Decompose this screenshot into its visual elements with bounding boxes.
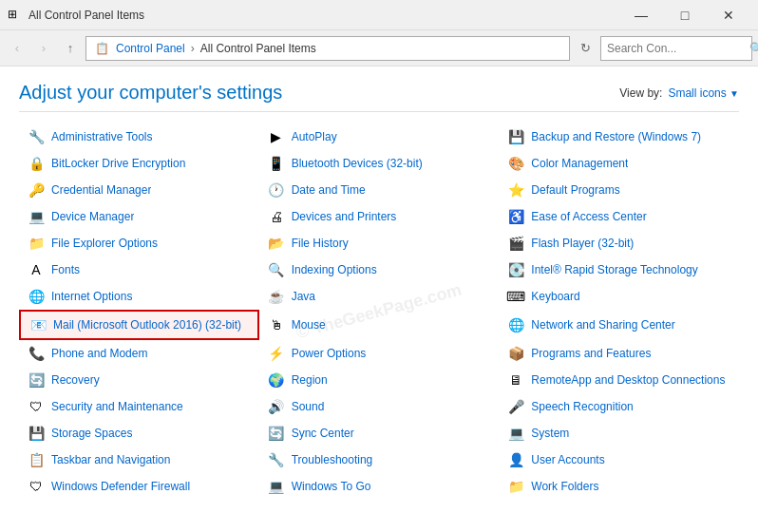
page-header: Adjust your computer's settings View by:… [19,82,739,112]
minimize-button[interactable]: — [619,0,663,30]
list-item[interactable]: 🔑Credential Manager [19,177,259,203]
item-label: Storage Spaces [51,427,132,440]
breadcrumb[interactable]: 📋 Control Panel › All Control Panel Item… [85,36,570,61]
item-label: Administrative Tools [51,130,153,143]
page-title: Adjust your computer's settings [19,82,282,104]
list-item[interactable]: 📁File Explorer Options [19,230,259,256]
item-icon: 🖨 [267,207,286,226]
item-label: Region [292,373,328,387]
list-item[interactable]: 🛡Windows Defender Firewall [19,473,259,500]
list-item[interactable]: 🎤Speech Recognition [499,393,739,420]
list-item[interactable]: 💾Backup and Restore (Windows 7) [499,124,739,150]
item-label: Windows To Go [292,480,371,493]
list-item[interactable]: 💻Windows To Go [259,473,500,500]
item-icon: 💻 [506,424,525,443]
list-item[interactable]: 🌍Region [259,367,500,393]
list-item[interactable]: 💽Intel® Rapid Storage Technology [499,256,739,283]
item-icon: 📞 [27,344,46,363]
list-item[interactable]: 📞Phone and Modem [19,340,259,367]
view-by: View by: Small icons ▼ [619,86,739,100]
list-item[interactable]: 🕐Date and Time [259,177,500,203]
list-item[interactable]: 💻System [499,420,739,446]
maximize-button[interactable]: □ [663,0,707,30]
item-icon: 🎨 [506,154,525,173]
item-label: Flash Player (32-bit) [531,237,634,250]
list-item[interactable]: 💻Device Manager [19,203,259,230]
item-label: System [531,427,569,440]
item-label: Mouse [292,318,326,332]
list-item[interactable]: 🛡Security and Maintenance [19,393,259,420]
search-icon: 🔍 [749,42,758,55]
list-item[interactable]: 🔍Indexing Options [259,256,500,283]
close-button[interactable]: ✕ [707,0,750,30]
list-item[interactable]: 👤User Accounts [499,446,739,473]
item-label: Java [292,290,315,303]
item-icon: 💽 [506,260,525,279]
list-item[interactable]: 📋Taskbar and Navigation [19,446,259,473]
item-icon: 📧 [28,315,47,334]
list-item[interactable]: 📁Work Folders [499,473,739,500]
breadcrumb-control-panel[interactable]: Control Panel [116,42,185,55]
titlebar: ⊞ All Control Panel Items — □ ✕ [0,0,758,30]
item-label: Sync Center [292,427,354,440]
item-icon: 🔑 [27,180,46,200]
view-by-value[interactable]: Small icons ▼ [668,86,739,100]
list-item[interactable]: 📦Programs and Features [499,340,739,367]
item-label: Color Management [531,157,628,170]
list-item[interactable]: 🖨Devices and Printers [259,203,500,230]
search-box[interactable]: 🔍 [600,36,752,61]
list-item[interactable]: ⌨Keyboard [499,283,739,310]
item-label: Windows Defender Firewall [51,480,190,493]
item-label: Sound [292,400,325,413]
main-content: Adjust your computer's settings View by:… [0,66,758,532]
item-icon: ⭐ [506,180,525,200]
item-icon: 🛡 [27,477,46,496]
item-label: Bluetooth Devices (32-bit) [292,157,423,170]
search-input[interactable] [607,42,749,55]
list-item[interactable]: 📧Mail (Microsoft Outlook 2016) (32-bit) [19,310,259,340]
item-icon: 🔄 [267,424,286,443]
list-item[interactable]: ⚡Power Options [259,340,500,367]
titlebar-title: All Control Panel Items [28,9,619,22]
breadcrumb-icon: 📋 [95,42,109,55]
list-item[interactable]: ☕Java [259,283,500,310]
items-grid: 🔧Administrative Tools▶AutoPlay💾Backup an… [19,124,739,500]
item-label: BitLocker Drive Encryption [51,157,185,170]
item-label: Devices and Printers [292,210,397,223]
item-icon: 🖱 [267,315,286,334]
list-item[interactable]: ▶AutoPlay [259,124,500,150]
up-button[interactable]: ↑ [59,37,82,60]
item-label: Phone and Modem [51,347,147,360]
list-item[interactable]: 🎬Flash Player (32-bit) [499,230,739,256]
item-label: Fonts [51,263,80,276]
list-item[interactable]: 🔒BitLocker Drive Encryption [19,150,259,177]
item-icon: 🔒 [27,154,46,173]
list-item[interactable]: 💾Storage Spaces [19,420,259,446]
item-label: Mail (Microsoft Outlook 2016) (32-bit) [53,318,241,332]
list-item[interactable]: 🔄Recovery [19,367,259,393]
list-item[interactable]: 🎨Color Management [499,150,739,177]
item-icon: 📂 [267,234,286,253]
item-label: RemoteApp and Desktop Connections [531,373,725,387]
refresh-button[interactable]: ↻ [574,37,597,60]
list-item[interactable]: 🔧Administrative Tools [19,124,259,150]
forward-button[interactable]: › [32,37,55,60]
list-item[interactable]: 🌐Network and Sharing Center [499,310,739,340]
item-icon: 🎬 [506,234,525,253]
list-item[interactable]: 🌐Internet Options [19,283,259,310]
item-icon: 🔧 [267,450,286,469]
item-label: Date and Time [292,183,366,197]
item-icon: 🔍 [267,260,286,279]
list-item[interactable]: 🖥RemoteApp and Desktop Connections [499,367,739,393]
list-item[interactable]: 🖱Mouse [259,310,500,340]
list-item[interactable]: ⭐Default Programs [499,177,739,203]
list-item[interactable]: 📱Bluetooth Devices (32-bit) [259,150,500,177]
back-button[interactable]: ‹ [6,37,28,60]
item-icon: 📦 [506,344,525,363]
list-item[interactable]: 🔧Troubleshooting [259,446,500,473]
list-item[interactable]: AFonts [19,256,259,283]
list-item[interactable]: ♿Ease of Access Center [499,203,739,230]
list-item[interactable]: 🔊Sound [259,393,500,420]
list-item[interactable]: 📂File History [259,230,500,256]
list-item[interactable]: 🔄Sync Center [259,420,500,446]
